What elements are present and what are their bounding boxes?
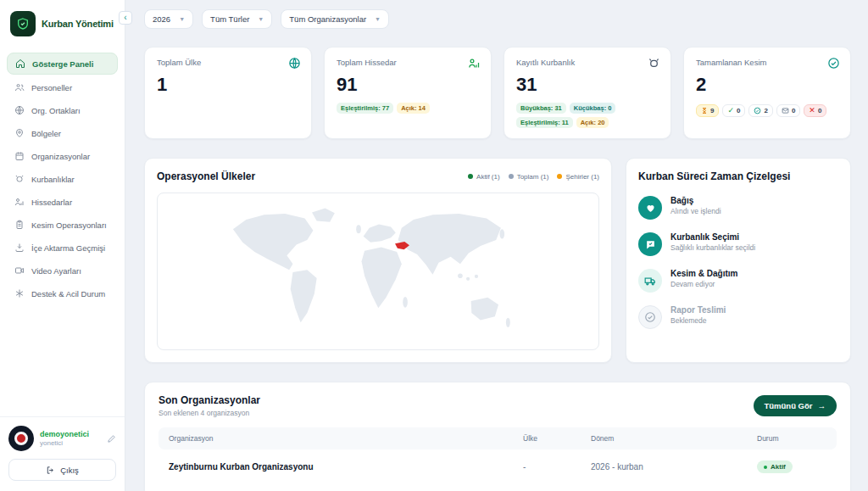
stats-row: Toplam Ülke 1 Toplam Hissedar 91 Eşleşti… [144, 47, 851, 139]
organization-select[interactable]: Tüm Organizasyonlar▼ [281, 9, 389, 29]
orgs-subtitle: Son eklenen 4 organizasyon [159, 409, 260, 417]
world-map[interactable] [157, 192, 599, 350]
sidebar-item-label: İçe Aktarma Geçmişi [31, 243, 105, 253]
stat-value: 31 [516, 74, 659, 96]
chevron-down-icon: ▼ [258, 16, 264, 22]
status-badge: Büyükbaş: 31 [516, 103, 566, 114]
table-row[interactable]: Zeytinburnu Kurban Organizasyonu - 2026 … [159, 449, 837, 484]
check-count-badge: ✓ 0 [722, 104, 745, 117]
sidebar-item-kurbanliklar[interactable]: Kurbanlıklar [7, 169, 118, 189]
sidebar-item-label: Destek & Acil Durum [31, 289, 105, 299]
type-select[interactable]: Tüm Türler▼ [202, 9, 272, 29]
truck-icon [638, 269, 662, 293]
app-logo-row: Kurban Yönetimi [0, 0, 125, 50]
stat-title: Tamamlanan Kesim [696, 58, 838, 67]
app-title: Kurban Yönetimi [42, 19, 114, 29]
sidebar-item-org-ortaklari[interactable]: Org. Ortakları [7, 100, 118, 120]
hourglass-count-badge: 9 [696, 104, 719, 117]
sidebar-item-destek-acil-durum[interactable]: Destek & Acil Durum [7, 283, 118, 304]
sidebar-item-label: Bölgeler [31, 129, 61, 138]
clipboard-icon [14, 220, 25, 230]
status-badge: Küçükbaş: 0 [570, 103, 616, 114]
hourglass-icon [701, 107, 708, 114]
timeline-step-kesim-dagitim: Kesim & Dağıtım Devam ediyor [638, 269, 838, 293]
year-select[interactable]: 2026▼ [144, 9, 193, 29]
sidebar-item-bolgeler[interactable]: Bölgeler [7, 123, 118, 143]
sidebar-footer: demoyonetici yonetici Çıkış [0, 416, 125, 491]
cancel-count-badge: ✕ 0 [804, 104, 826, 117]
org-period: 2026 - kurban [591, 462, 757, 471]
stat-title: Toplam Ülke [157, 58, 299, 67]
arrow-right-icon: → [818, 401, 826, 410]
donation-icon [638, 196, 662, 220]
verified-count-badge: 2 [748, 104, 772, 117]
sidebar-item-label: Hissedarlar [31, 198, 72, 207]
sidebar-item-label: Personeller [31, 83, 72, 92]
check-icon: ✓ [727, 107, 734, 114]
check-circle-icon [638, 305, 662, 329]
recent-organizations-card: Son Organizasyonlar Son eklenen 4 organi… [144, 382, 851, 491]
timeline-step-kurbanlik-secimi: Kurbanlık Seçimi Sağlıklı kurbanlıklar s… [638, 232, 838, 256]
main-content: 2026▼ Tüm Türler▼ Tüm Organizasyonlar▼ T… [125, 0, 868, 491]
avatar [8, 426, 34, 451]
chat-check-icon [638, 232, 662, 256]
map-legend: Aktif (1) Toplam (1) Şehirler (1) [468, 173, 599, 181]
sidebar-nav: Gösterge Paneli Personeller Org. Ortakla… [0, 53, 125, 304]
organizations-table: Organizasyon Ülke Dönem Durum Zeytinburn… [159, 427, 837, 484]
cow-icon [648, 57, 660, 73]
user-role: yonetici [40, 439, 101, 447]
home-icon [15, 59, 25, 69]
sidebar-collapse-button[interactable]: ‹ [119, 11, 132, 25]
user-name: demoyonetici [40, 430, 101, 438]
person-chart-icon [468, 57, 481, 73]
map-card-title: Operasyonel Ülkeler [157, 170, 255, 182]
check-circle-icon [754, 107, 761, 114]
stat-card-toplam-ulke: Toplam Ülke 1 [144, 47, 312, 139]
calendar-icon [14, 151, 25, 161]
sidebar-item-organizasyonlar[interactable]: Organizasyonlar [7, 146, 118, 166]
globe-icon [288, 57, 301, 73]
stat-value: 1 [157, 74, 299, 96]
status-badge: Açık: 20 [576, 117, 609, 128]
status-badge: Eşleştirilmiş: 11 [516, 117, 573, 128]
status-badge: Açık: 14 [397, 103, 430, 114]
edit-profile-icon[interactable] [107, 434, 116, 444]
chevron-down-icon: ▼ [179, 16, 185, 22]
sidebar-item-video-ayarlari[interactable]: Video Ayarları [7, 260, 118, 281]
cow-icon [14, 174, 25, 184]
sidebar: Kurban Yönetimi Gösterge Paneli Personel… [0, 0, 125, 491]
import-icon [14, 243, 25, 253]
timeline-step-rapor-teslimi: Rapor Teslimi Beklemede [638, 305, 838, 329]
stat-card-toplam-hissedar: Toplam Hissedar 91 Eşleştirilmiş: 77 Açı… [324, 47, 492, 139]
legend-dot-toplam [509, 174, 514, 179]
stat-value: 91 [337, 74, 479, 96]
sidebar-item-hissedarlar[interactable]: Hissedarlar [7, 192, 118, 212]
org-name: Zeytinburnu Kurban Organizasyonu [169, 462, 523, 471]
video-icon [14, 265, 25, 276]
sidebar-item-gosterge-paneli[interactable]: Gösterge Paneli [7, 53, 118, 75]
sidebar-item-label: Gösterge Paneli [32, 59, 93, 69]
world-map-svg [166, 199, 589, 343]
sidebar-item-label: Kesim Operasyonları [31, 220, 107, 230]
mail-icon [782, 107, 789, 114]
mail-count-badge: 0 [776, 104, 800, 117]
stat-value: 2 [696, 74, 838, 96]
sidebar-item-kesim-operasyonlari[interactable]: Kesim Operasyonları [7, 215, 118, 235]
person-chart-icon [14, 197, 25, 207]
status-badge: Aktif [757, 460, 793, 473]
sidebar-item-label: Organizasyonlar [31, 152, 90, 161]
sidebar-item-personeller[interactable]: Personeller [7, 77, 118, 98]
sidebar-item-label: Org. Ortakları [31, 106, 81, 115]
operational-countries-card: Operasyonel Ülkeler Aktif (1) Toplam (1)… [144, 158, 612, 363]
support-icon [14, 288, 25, 299]
check-circle-icon [827, 57, 840, 73]
sidebar-item-ice-aktarma-gecmisi[interactable]: İçe Aktarma Geçmişi [7, 237, 118, 258]
sidebar-item-label: Video Ayarları [31, 266, 81, 276]
globe-icon [14, 105, 25, 115]
timeline-card: Kurban Süreci Zaman Çizelgesi Bağış Alın… [626, 158, 851, 363]
stat-card-kayitli-kurbanlik: Kayıtlı Kurbanlık 31 Büyükbaş: 31 Küçükb… [504, 47, 671, 139]
logout-button[interactable]: Çıkış [8, 459, 116, 481]
logout-icon [46, 466, 55, 475]
view-all-button[interactable]: Tümünü Gör → [754, 395, 837, 416]
timeline-title: Kurban Süreci Zaman Çizelgesi [638, 170, 838, 182]
